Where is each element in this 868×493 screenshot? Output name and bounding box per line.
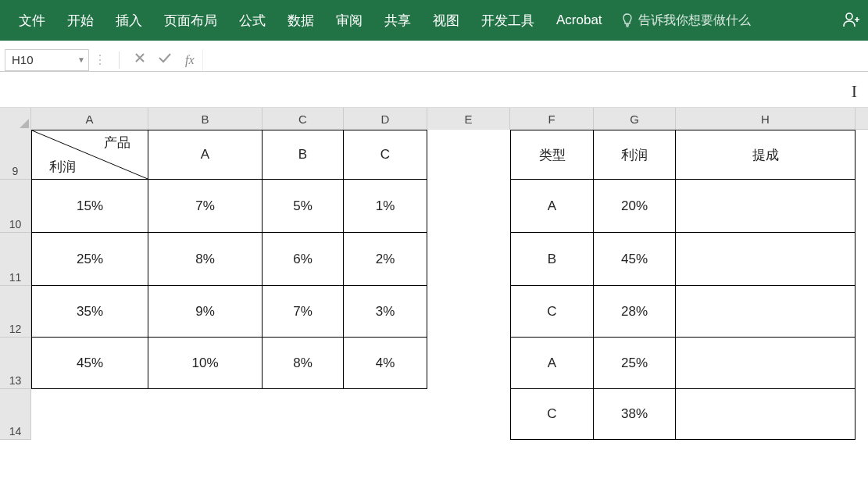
share-button[interactable] bbox=[841, 11, 860, 30]
row-9: 9 产品 利润 A B C 类型 利润 提成 bbox=[0, 130, 868, 180]
tab-developer[interactable]: 开发工具 bbox=[470, 0, 545, 41]
cell-H14[interactable] bbox=[676, 389, 855, 440]
svg-point-0 bbox=[846, 13, 852, 20]
cell-G13[interactable]: 25% bbox=[594, 338, 676, 389]
cell-E10[interactable] bbox=[427, 180, 510, 233]
row-12: 12 35% 9% 7% 3% C 28% bbox=[0, 286, 868, 338]
cell-G12[interactable]: 28% bbox=[594, 286, 676, 338]
cell-C11[interactable]: 6% bbox=[263, 233, 344, 286]
cell-A10[interactable]: 15% bbox=[31, 180, 148, 233]
cell-H13[interactable] bbox=[676, 338, 855, 389]
cell-D11[interactable]: 2% bbox=[344, 233, 427, 286]
cell-B9[interactable]: A bbox=[148, 130, 263, 180]
tab-share[interactable]: 共享 bbox=[373, 0, 422, 41]
cell-D10[interactable]: 1% bbox=[344, 180, 427, 233]
row-header-9[interactable]: 9 bbox=[0, 130, 31, 180]
cell-B13[interactable]: 10% bbox=[148, 338, 263, 389]
cancel-button[interactable] bbox=[127, 52, 152, 68]
column-headers: A B C D E F G H bbox=[0, 108, 868, 130]
tab-home[interactable]: 开始 bbox=[56, 0, 105, 41]
more-icon: ⋮ bbox=[89, 52, 111, 67]
cell-A11[interactable]: 25% bbox=[31, 233, 148, 286]
cell-F14[interactable]: C bbox=[510, 389, 594, 440]
cell-G11[interactable]: 45% bbox=[594, 233, 676, 286]
cell-H11[interactable] bbox=[676, 233, 855, 286]
col-header-H[interactable]: H bbox=[676, 108, 855, 130]
tab-insert[interactable]: 插入 bbox=[105, 0, 153, 41]
cell-H12[interactable] bbox=[676, 286, 855, 338]
tab-file[interactable]: 文件 bbox=[8, 0, 56, 41]
cell-D13[interactable]: 4% bbox=[344, 338, 427, 389]
check-icon bbox=[158, 52, 172, 64]
cell-G14[interactable]: 38% bbox=[594, 389, 676, 440]
cell-B11[interactable]: 8% bbox=[148, 233, 263, 286]
fx-button[interactable]: fx bbox=[177, 53, 202, 67]
cell-A12[interactable]: 35% bbox=[31, 286, 148, 338]
tellme-search[interactable]: 告诉我你想要做什么 bbox=[613, 13, 759, 29]
cell-C12[interactable]: 7% bbox=[263, 286, 344, 338]
divider bbox=[119, 52, 120, 69]
cell-B12[interactable]: 9% bbox=[148, 286, 263, 338]
tab-view[interactable]: 视图 bbox=[422, 0, 470, 41]
col-header-F[interactable]: F bbox=[510, 108, 594, 130]
cell-G10[interactable]: 20% bbox=[594, 180, 676, 233]
person-share-icon bbox=[841, 11, 860, 28]
tab-acrobat[interactable]: Acrobat bbox=[545, 0, 613, 41]
col-header-B[interactable]: B bbox=[148, 108, 263, 130]
cell-F9[interactable]: 类型 bbox=[510, 130, 594, 180]
cell-C14[interactable] bbox=[263, 389, 344, 440]
formula-expand-area bbox=[0, 72, 868, 108]
row-10: 10 15% 7% 5% 1% A 20% bbox=[0, 180, 868, 233]
row-header-14[interactable]: 14 bbox=[0, 389, 31, 440]
cell-F11[interactable]: B bbox=[510, 233, 594, 286]
sheet-area: A B C D E F G H 9 产品 利润 A B C 类型 利润 提成 1… bbox=[0, 108, 868, 440]
row-header-10[interactable]: 10 bbox=[0, 180, 31, 233]
cell-D14[interactable] bbox=[344, 389, 427, 440]
diag-bot-label: 利润 bbox=[49, 158, 76, 176]
cell-F13[interactable]: A bbox=[510, 338, 594, 389]
cell-C10[interactable]: 5% bbox=[263, 180, 344, 233]
cell-A14[interactable] bbox=[31, 389, 148, 440]
cell-A9[interactable]: 产品 利润 bbox=[31, 130, 148, 180]
cell-G9[interactable]: 利润 bbox=[594, 130, 676, 180]
col-header-C[interactable]: C bbox=[263, 108, 344, 130]
row-header-13[interactable]: 13 bbox=[0, 338, 31, 389]
cell-H9[interactable]: 提成 bbox=[676, 130, 855, 180]
row-13: 13 45% 10% 8% 4% A 25% bbox=[0, 338, 868, 389]
cell-F10[interactable]: A bbox=[510, 180, 594, 233]
cell-A13[interactable]: 45% bbox=[31, 338, 148, 389]
tab-data[interactable]: 数据 bbox=[277, 0, 325, 41]
cell-E9[interactable] bbox=[427, 130, 510, 180]
diag-top-label: 产品 bbox=[104, 134, 130, 152]
cell-D9[interactable]: C bbox=[344, 130, 427, 180]
cell-B14[interactable] bbox=[148, 389, 263, 440]
cell-C9[interactable]: B bbox=[263, 130, 344, 180]
row-11: 11 25% 8% 6% 2% B 45% bbox=[0, 233, 868, 286]
tellme-text: 告诉我你想要做什么 bbox=[638, 13, 751, 29]
cell-H10[interactable] bbox=[676, 180, 855, 233]
x-icon bbox=[134, 52, 146, 64]
cell-B10[interactable]: 7% bbox=[148, 180, 263, 233]
cell-E13[interactable] bbox=[427, 338, 510, 389]
col-header-A[interactable]: A bbox=[31, 108, 148, 130]
cell-D12[interactable]: 3% bbox=[344, 286, 427, 338]
cell-E12[interactable] bbox=[427, 286, 510, 338]
tab-page-layout[interactable]: 页面布局 bbox=[153, 0, 228, 41]
col-header-D[interactable]: D bbox=[344, 108, 427, 130]
cell-E11[interactable] bbox=[427, 233, 510, 286]
row-header-12[interactable]: 12 bbox=[0, 286, 31, 338]
col-header-E[interactable]: E bbox=[427, 108, 510, 130]
col-header-G[interactable]: G bbox=[594, 108, 676, 130]
text-cursor-icon: I bbox=[852, 81, 857, 102]
cell-F12[interactable]: C bbox=[510, 286, 594, 338]
cell-C13[interactable]: 8% bbox=[263, 338, 344, 389]
row-header-11[interactable]: 11 bbox=[0, 233, 31, 286]
name-box[interactable]: H10 ▼ bbox=[5, 49, 89, 71]
ribbon: 文件 开始 插入 页面布局 公式 数据 审阅 共享 视图 开发工具 Acroba… bbox=[0, 0, 868, 41]
tab-review[interactable]: 审阅 bbox=[325, 0, 373, 41]
select-all-corner[interactable] bbox=[0, 108, 31, 130]
cell-E14[interactable] bbox=[427, 389, 510, 440]
formula-input[interactable] bbox=[202, 49, 868, 71]
confirm-button[interactable] bbox=[152, 52, 177, 68]
tab-formulas[interactable]: 公式 bbox=[228, 0, 277, 41]
